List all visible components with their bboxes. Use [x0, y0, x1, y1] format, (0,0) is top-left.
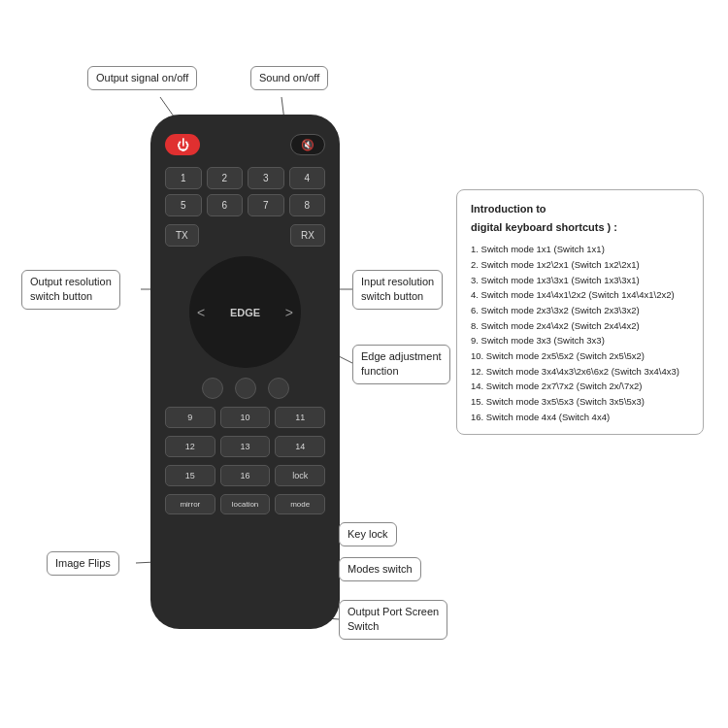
info-item: 4. Switch mode 1x4\4x1\2x2 (Switch 1x4\4…: [471, 287, 689, 303]
mode-button[interactable]: mode: [275, 494, 325, 514]
mirror-button[interactable]: mirror: [165, 494, 215, 514]
info-item: 2. Switch mode 1x2\2x1 (Switch 1x2\2x1): [471, 257, 689, 273]
btn-16[interactable]: 16: [220, 465, 271, 486]
info-item: 15. Switch mode 3x5\5x3 (Switch 3x5\5x3): [471, 394, 689, 410]
power-button[interactable]: [165, 134, 200, 155]
btn-13[interactable]: 13: [220, 436, 271, 457]
btn-10[interactable]: 10: [220, 407, 271, 428]
small-buttons-row: [165, 378, 325, 399]
info-item: 9. Switch mode 3x3 (Switch 3x3): [471, 333, 689, 348]
btn-7[interactable]: 7: [248, 194, 284, 216]
tx-button[interactable]: TX: [165, 224, 199, 247]
number-grid-9-11: 9 10 11: [165, 407, 325, 428]
number-grid-1-8: 1 2 3 4 5 6 7 8: [165, 167, 325, 216]
btn-4[interactable]: 4: [289, 167, 326, 189]
remote-control: 1 2 3 4 5 6 7 8 TX RX < EDGE > 9 10 11 1…: [150, 115, 340, 629]
mute-button[interactable]: [290, 134, 325, 155]
small-btn-left[interactable]: [202, 378, 223, 399]
location-button[interactable]: location: [220, 494, 271, 514]
output-port-label: Output Port Screen Switch: [339, 600, 447, 640]
bottom-row-2: mirror location mode: [165, 494, 325, 514]
btn-8[interactable]: 8: [289, 194, 326, 216]
small-btn-right[interactable]: [268, 378, 289, 399]
info-item: 14. Switch mode 2x7\7x2 (Switch 2x/\7x2): [471, 379, 689, 394]
rx-button[interactable]: RX: [290, 224, 325, 247]
sound-onoff-label: Sound on/off: [250, 66, 328, 90]
top-buttons-row: [165, 134, 325, 155]
key-lock-label: Key lock: [339, 522, 397, 546]
info-box-items: 1. Switch mode 1x1 (Switch 1x1)2. Switch…: [471, 242, 689, 424]
input-resolution-label: Input resolution switch button: [352, 270, 443, 310]
number-grid-12-14: 12 13 14: [165, 436, 325, 457]
info-item: 8. Switch mode 2x4\4x2 (Switch 2x4\4x2): [471, 318, 689, 334]
btn-1[interactable]: 1: [165, 167, 202, 189]
btn-9[interactable]: 9: [165, 407, 215, 428]
bottom-row-1: 15 16 lock: [165, 465, 325, 486]
info-item: 6. Switch mode 2x3\3x2 (Switch 2x3\3x2): [471, 303, 689, 318]
info-item: 12. Switch mode 3x4\4x3\2x6\6x2 (Switch …: [471, 364, 689, 380]
info-item: 3. Switch mode 1x3\3x1 (Switch 1x3\3x1): [471, 273, 689, 288]
info-item: 16. Switch mode 4x4 (Switch 4x4): [471, 410, 689, 425]
btn-15[interactable]: 15: [165, 465, 215, 486]
output-resolution-label: Output resolution switch button: [21, 270, 120, 310]
btn-2[interactable]: 2: [207, 167, 244, 189]
small-btn-center[interactable]: [235, 378, 256, 399]
modes-switch-label: Modes switch: [339, 557, 421, 581]
btn-5[interactable]: 5: [165, 194, 202, 216]
info-item: 1. Switch mode 1x1 (Switch 1x1): [471, 242, 689, 257]
info-item: 10. Switch mode 2x5\5x2 (Switch 2x5\5x2): [471, 348, 689, 364]
btn-6[interactable]: 6: [207, 194, 244, 216]
btn-3[interactable]: 3: [248, 167, 284, 189]
btn-11[interactable]: 11: [275, 407, 325, 428]
btn-14[interactable]: 14: [275, 436, 325, 457]
edge-adjustment-label: Edge adjustment function: [352, 345, 450, 384]
lock-button[interactable]: lock: [275, 465, 325, 486]
btn-12[interactable]: 12: [165, 436, 215, 457]
dpad-right-icon[interactable]: >: [285, 305, 293, 320]
output-signal-label: Output signal on/off: [87, 66, 197, 90]
image-flips-label: Image Flips: [47, 551, 119, 576]
dpad-left-icon[interactable]: <: [197, 305, 205, 320]
info-box-title: Introduction to digital keyboard shortcu…: [471, 200, 689, 236]
tx-rx-row: TX RX: [165, 224, 325, 247]
info-box: Introduction to digital keyboard shortcu…: [456, 189, 704, 435]
dpad-center-label: EDGE: [230, 307, 260, 318]
dpad[interactable]: < EDGE >: [189, 256, 301, 368]
